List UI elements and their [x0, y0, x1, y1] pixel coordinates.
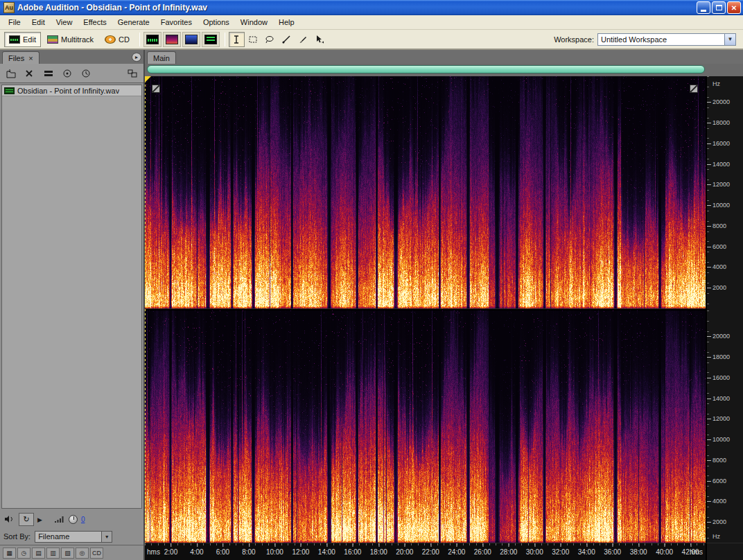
insert-into-cd-button[interactable] — [59, 66, 76, 80]
title-bar[interactable]: Au Adobe Audition - Obsidian - Point of … — [0, 0, 743, 15]
menu-favorites[interactable]: Favorites — [155, 17, 198, 28]
tab-main[interactable]: Main — [147, 51, 176, 64]
menu-options[interactable]: Options — [198, 17, 235, 28]
sort-row: Sort By: Filename ▼ — [0, 528, 143, 545]
menu-generate[interactable]: Generate — [112, 17, 155, 28]
sort-by-dropdown[interactable]: Filename ▼ — [35, 531, 112, 543]
scrub-tool-button[interactable] — [279, 32, 295, 47]
menu-help[interactable]: Help — [273, 17, 300, 28]
minimize-icon — [701, 10, 706, 12]
file-row-selected[interactable]: Obsidian - Point of Infinity.wav — [2, 85, 141, 96]
close-button[interactable]: ✕ — [727, 1, 741, 14]
spectral-pan-view-button[interactable] — [202, 32, 220, 47]
tab-files[interactable]: Files × — [2, 51, 40, 64]
files-panel-menu-button[interactable]: ▸ — [132, 53, 141, 62]
freq-tick-label: 6000 — [713, 243, 726, 250]
files-footer-button-5[interactable]: ◎ — [76, 548, 89, 559]
advanced-options-toggle-button[interactable] — [124, 66, 141, 80]
freq-tick-label: 16000 — [713, 374, 730, 381]
edit-view-button[interactable]: Edit — [4, 32, 41, 47]
speaker-icon — [3, 514, 15, 524]
lasso-selection-tool-button[interactable] — [262, 32, 278, 47]
freq-tick-mark — [707, 501, 711, 502]
files-footer-button-1[interactable]: ◷ — [17, 548, 30, 559]
minimize-button[interactable] — [697, 1, 710, 14]
freq-tick-label: 10000 — [713, 202, 730, 209]
timeline-tick-label: 4:00 — [190, 548, 203, 556]
timeline-ruler[interactable]: hms hms 2:004:006:008:0010:0012:0014:001… — [145, 543, 706, 560]
sort-by-label: Sort By: — [3, 532, 30, 541]
play-file-button[interactable]: ▶ — [37, 515, 42, 523]
sort-dropdown-arrow-icon[interactable]: ▼ — [101, 532, 112, 542]
timeline-tick-label: 22:00 — [422, 548, 439, 556]
marquee-selection-tool-button[interactable] — [245, 32, 261, 47]
effects-paintbrush-tool-button[interactable] — [295, 32, 311, 47]
spectral-frequency-view-button[interactable] — [163, 32, 181, 47]
volume-dial[interactable] — [69, 515, 78, 524]
menu-view[interactable]: View — [51, 17, 78, 28]
full-paths-toggle-button[interactable] — [78, 66, 94, 80]
volume-value[interactable]: 0 — [81, 516, 85, 523]
files-footer-button-6[interactable]: CD — [90, 548, 103, 559]
spectrogram-right-channel[interactable] — [145, 310, 706, 543]
time-selection-tool-button[interactable] — [229, 32, 245, 47]
freq-unit-label: Hz — [713, 80, 720, 87]
files-transport-row: ↻ ▶ 0 — [0, 510, 143, 528]
horizontal-zoom-scrollbar[interactable] — [147, 65, 705, 73]
freq-tick-mark — [707, 288, 711, 288]
toolbar-separator — [139, 33, 140, 46]
files-tab-close-icon[interactable]: × — [28, 55, 33, 62]
timeline-tick-label: 30:00 — [526, 548, 543, 556]
spectral-pan-icon — [204, 35, 217, 44]
multitrack-icon — [47, 35, 58, 44]
timeline-tick-label: 24:00 — [448, 548, 465, 556]
lasso-icon — [265, 35, 274, 44]
loop-playback-button[interactable]: ↻ — [19, 513, 34, 526]
volume-bars-icon — [54, 515, 65, 523]
timeline-tick-label: 38:00 — [630, 548, 647, 556]
cd-view-button[interactable]: CD — [100, 32, 134, 47]
menu-file[interactable]: File — [3, 17, 26, 28]
spot-healing-tool-button[interactable] — [312, 32, 328, 47]
multitrack-view-button[interactable]: Multitrack — [42, 32, 98, 47]
files-footer-button-2[interactable]: ▤ — [32, 548, 45, 559]
restore-button[interactable] — [712, 1, 726, 14]
workspace-dropdown[interactable]: Untitled Workspace ▼ — [597, 33, 736, 46]
workspace-dropdown-arrow-icon[interactable]: ▼ — [724, 34, 735, 45]
menu-edit[interactable]: Edit — [26, 17, 51, 28]
selection-handle-right[interactable] — [690, 85, 698, 93]
ibeam-icon — [231, 35, 241, 44]
freq-tick-label: 20000 — [713, 333, 730, 340]
spectrogram-left-channel[interactable] — [145, 76, 706, 308]
menu-effects[interactable]: Effects — [78, 17, 112, 28]
freq-tick-mark — [707, 184, 711, 185]
files-footer-button-0[interactable]: ▦ — [3, 548, 16, 559]
insert-into-multitrack-button[interactable] — [40, 66, 57, 80]
main-editor-panel: Main Hz 20000180001600014000120001000080… — [145, 50, 743, 560]
timeline-tick-label: 14:00 — [318, 548, 335, 556]
workspace-label: Workspace: — [554, 35, 594, 44]
freq-tick-mark — [707, 267, 711, 268]
frequency-ruler-left-channel: Hz 2000018000160001400012000100008000600… — [707, 76, 743, 308]
clock-icon — [80, 69, 91, 78]
close-file-button[interactable] — [21, 66, 38, 80]
freq-tick-label: 14000 — [713, 161, 730, 168]
files-footer-button-4[interactable]: ▧ — [61, 548, 74, 559]
selection-handle-left[interactable] — [152, 85, 160, 93]
playhead-marker[interactable] — [145, 76, 151, 82]
timeline-tick-label: 26:00 — [474, 548, 491, 556]
menu-window[interactable]: Window — [235, 17, 273, 28]
spectral-frequency-icon — [166, 35, 178, 44]
freq-tick-mark — [707, 399, 711, 399]
timeline-tick-label: 18:00 — [370, 548, 387, 556]
import-file-button[interactable] — [3, 66, 19, 80]
preview-volume-button[interactable] — [54, 515, 65, 523]
files-footer-button-3[interactable]: ▥ — [46, 548, 60, 559]
spectral-phase-icon — [185, 35, 198, 44]
timeline-tick-label: 32:00 — [552, 548, 569, 556]
spectral-phase-view-button[interactable] — [182, 32, 200, 47]
waveform-view-button[interactable] — [143, 32, 161, 47]
frequency-ruler[interactable]: Hz 2000018000160001400012000100008000600… — [706, 76, 743, 560]
autoplay-button[interactable] — [3, 514, 15, 524]
toolbar-separator — [225, 33, 225, 46]
